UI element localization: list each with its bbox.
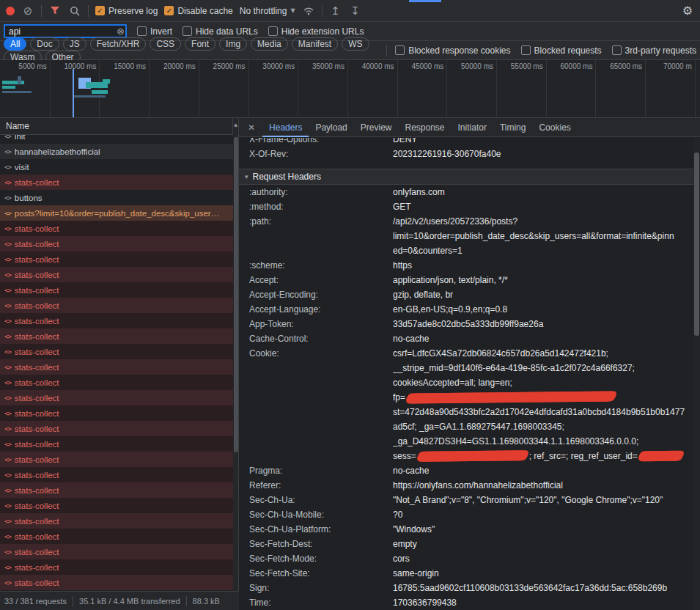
request-row[interactable]: <>stats-collect bbox=[0, 452, 233, 467]
filter-chip-img[interactable]: Img bbox=[219, 37, 247, 51]
header-value-text: sess= bbox=[393, 451, 416, 461]
header-name: Cache-Control: bbox=[249, 331, 393, 346]
request-row[interactable]: <>stats-collect bbox=[0, 236, 233, 251]
hide-data-urls-label: Hide data URLs bbox=[196, 26, 258, 37]
request-name: stats-collect bbox=[15, 440, 59, 449]
waterfall-bar bbox=[2, 91, 32, 93]
request-row[interactable]: <>stats-collect bbox=[0, 529, 233, 544]
tab-headers[interactable]: Headers bbox=[262, 118, 309, 137]
collapse-icon: ▾ bbox=[245, 173, 248, 180]
request-row[interactable]: <>stats-collect bbox=[0, 174, 233, 190]
request-row[interactable]: <>stats-collect bbox=[0, 436, 233, 452]
request-row[interactable]: <>stats-collect bbox=[0, 221, 233, 236]
request-row[interactable]: <>stats-collect bbox=[0, 405, 233, 421]
file-type-icon: <> bbox=[4, 441, 11, 448]
request-row[interactable]: <>stats-collect bbox=[0, 421, 233, 436]
throttling-dropdown[interactable]: No throttling ▼ bbox=[240, 6, 295, 16]
invert-checkbox[interactable]: Invert bbox=[137, 26, 172, 37]
status-bar: 33 / 381 requests35.1 kB / 4.4 MB transf… bbox=[0, 591, 239, 610]
clear-filter-icon[interactable]: ⊗ bbox=[117, 26, 125, 37]
network-conditions-icon[interactable] bbox=[302, 4, 315, 18]
filter-chip-manifest[interactable]: Manifest bbox=[292, 37, 338, 51]
tab-timing[interactable]: Timing bbox=[493, 118, 533, 137]
waterfall-bar bbox=[73, 95, 106, 98]
header-value: https bbox=[393, 258, 693, 273]
blocked-requests-checkbox[interactable]: Blocked requests bbox=[521, 45, 602, 56]
request-row[interactable]: <>stats-collect bbox=[0, 328, 233, 344]
request-row[interactable]: <>init bbox=[0, 135, 233, 144]
timeline-tick-label: 40000 ms bbox=[346, 62, 394, 70]
clear-icon[interactable]: ⊘ bbox=[21, 4, 34, 18]
request-headers-section[interactable]: ▾Request Headers bbox=[239, 169, 693, 185]
waterfall-bar bbox=[92, 90, 108, 94]
request-row[interactable]: <>posts?limit=10&order=publish_date_desc… bbox=[0, 205, 233, 221]
disable-cache-checkbox[interactable]: ✓ Disable cache bbox=[164, 6, 232, 16]
import-har-icon[interactable]: ↥ bbox=[329, 4, 342, 18]
header-value-text: csrf=LdfcGX4Sa72db06824c657db26a5d142472… bbox=[393, 348, 608, 359]
file-type-icon: <> bbox=[4, 271, 11, 279]
settings-icon[interactable]: ⚙ bbox=[681, 4, 694, 18]
checkbox-checked-icon: ✓ bbox=[164, 6, 174, 15]
scrollbar-thumb[interactable] bbox=[234, 137, 238, 452]
request-row[interactable]: <>visit bbox=[0, 159, 233, 174]
preserve-log-checkbox[interactable]: ✓ Preserve log bbox=[95, 6, 158, 16]
request-name: stats-collect bbox=[15, 394, 59, 403]
filter-chip-css[interactable]: CSS bbox=[150, 37, 181, 51]
blocked-response-cookies-checkbox[interactable]: Blocked response cookies bbox=[395, 45, 510, 56]
record-icon[interactable] bbox=[6, 7, 15, 15]
request-row[interactable]: <>buttons bbox=[0, 190, 233, 205]
tab-initiator[interactable]: Initiator bbox=[452, 118, 493, 137]
3rd-party-requests-checkbox[interactable]: 3rd-party requests bbox=[612, 45, 696, 56]
filter-input[interactable] bbox=[4, 24, 127, 38]
header-value-line: /api2/v2/users/20572336/posts? bbox=[393, 214, 693, 229]
request-name: stats-collect bbox=[15, 578, 59, 587]
hide-data-urls-checkbox[interactable]: Hide data URLs bbox=[183, 26, 258, 37]
request-row[interactable]: <>stats-collect bbox=[0, 359, 233, 375]
search-icon[interactable] bbox=[68, 4, 81, 18]
request-row[interactable]: <>stats-collect bbox=[0, 344, 233, 359]
header-row: Cache-Control:no-cache bbox=[239, 331, 693, 346]
advanced-filter-checkboxes: Blocked response cookiesBlocked requests… bbox=[395, 45, 696, 56]
request-row[interactable]: <>stats-collect bbox=[0, 513, 233, 529]
request-row[interactable]: <>stats-collect bbox=[0, 267, 233, 282]
request-row[interactable]: <>stats-collect bbox=[0, 282, 233, 298]
request-row[interactable]: <>stats-collect bbox=[0, 482, 233, 498]
request-row[interactable]: <>stats-collect bbox=[0, 375, 233, 390]
request-row[interactable]: <>stats-collect bbox=[0, 544, 233, 559]
request-row[interactable]: <>stats-collect bbox=[0, 559, 233, 575]
export-har-icon[interactable]: ↧ bbox=[349, 4, 362, 18]
scrollbar-thumb[interactable] bbox=[694, 152, 699, 336]
filter-icon[interactable] bbox=[48, 4, 62, 18]
request-row[interactable]: <>stats-collect bbox=[0, 575, 233, 590]
request-row[interactable]: <>stats-collect bbox=[0, 251, 233, 267]
name-column-header[interactable]: Name bbox=[0, 118, 233, 135]
request-details-pane: ✕ HeadersPayloadPreviewResponseInitiator… bbox=[239, 118, 700, 610]
request-row[interactable]: <>stats-collect bbox=[0, 467, 233, 482]
filter-chip-ws[interactable]: WS bbox=[342, 37, 369, 51]
overview-timeline[interactable]: 5000 ms10000 ms15000 ms20000 ms25000 ms3… bbox=[0, 60, 700, 118]
request-row[interactable]: <>stats-collect bbox=[0, 390, 233, 405]
filter-chip-media[interactable]: Media bbox=[251, 37, 288, 51]
request-row[interactable]: <>stats-collect bbox=[0, 298, 233, 313]
filter-chip-font[interactable]: Font bbox=[185, 37, 215, 51]
tab-response[interactable]: Response bbox=[398, 118, 451, 137]
hide-extension-urls-checkbox[interactable]: Hide extension URLs bbox=[268, 26, 364, 37]
request-row[interactable]: <>hannahelizabethofficial bbox=[0, 144, 233, 159]
close-details-icon[interactable]: ✕ bbox=[240, 122, 262, 133]
request-list-scrollbar[interactable]: ▲ bbox=[233, 118, 239, 591]
request-row[interactable]: <>stats-collect bbox=[0, 498, 233, 513]
tab-payload[interactable]: Payload bbox=[309, 118, 353, 137]
request-name: stats-collect bbox=[15, 224, 59, 233]
file-type-icon: <> bbox=[4, 194, 11, 202]
tab-cookies[interactable]: Cookies bbox=[532, 118, 577, 137]
detail-scrollbar[interactable] bbox=[693, 138, 700, 610]
request-name: posts?limit=10&order=publish_date_desc&s… bbox=[15, 209, 219, 218]
request-row[interactable]: <>stats-collect bbox=[0, 313, 233, 328]
tab-preview[interactable]: Preview bbox=[354, 118, 399, 137]
scroll-up-icon[interactable]: ▲ bbox=[233, 118, 238, 127]
filter-chip-fetch-xhr[interactable]: Fetch/XHR bbox=[90, 37, 147, 51]
filter-chip-all[interactable]: All bbox=[4, 37, 26, 51]
filter-chip-doc[interactable]: Doc bbox=[30, 37, 59, 51]
filter-chip-js[interactable]: JS bbox=[63, 37, 86, 51]
redaction-scribble bbox=[418, 450, 528, 462]
